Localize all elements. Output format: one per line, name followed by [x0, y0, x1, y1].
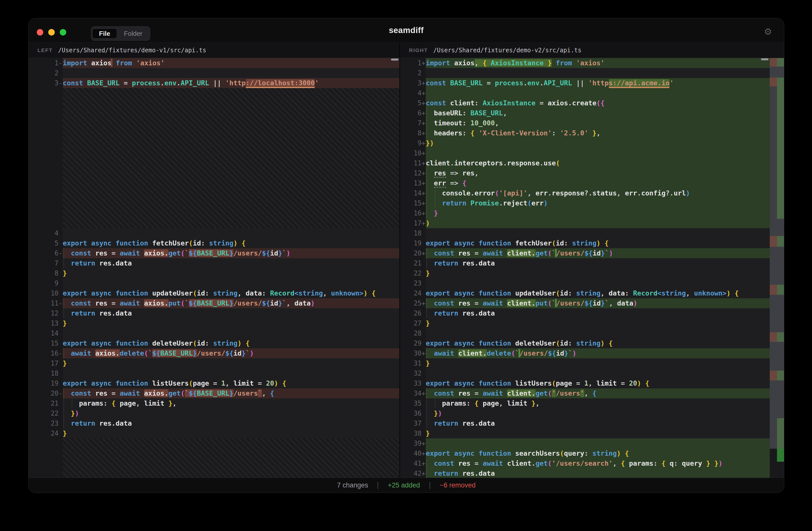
line-gutter: 11- — [29, 298, 63, 308]
left-diff-pane[interactable]: 1-import axios from 'axios'23-const BASE… — [29, 58, 399, 478]
gear-icon[interactable]: ⚙ — [764, 27, 772, 36]
code-line: export async function listUsers(page = 1… — [63, 378, 399, 388]
line-gutter: 36 — [400, 408, 426, 418]
line-gutter: 38 — [400, 429, 426, 438]
diff-row: 18 — [400, 228, 770, 238]
app-window: File Folder seamdiff ⚙ LEFT /Users/Share… — [28, 18, 784, 493]
diff-row: 9 — [29, 278, 399, 288]
code-line: export async function listUsers(page = 1… — [426, 378, 770, 388]
diff-row: 8} — [29, 268, 399, 278]
code-line: } — [426, 208, 770, 218]
ruler-added-mark — [777, 332, 784, 342]
left-scrollbar-thumb[interactable] — [391, 58, 398, 60]
code-line: import axios, { AxiosInstance } from 'ax… — [426, 58, 770, 68]
line-gutter: 5+ — [400, 98, 426, 108]
line-gutter: 12+ — [400, 168, 426, 178]
line-gutter: 4+ — [400, 88, 426, 98]
diff-row: 37 return res.data — [400, 418, 770, 429]
code-line: }) — [426, 408, 770, 418]
diff-row: 11+client.interceptors.response.use( — [400, 158, 770, 168]
line-gutter: 42+ — [400, 469, 426, 478]
line-gutter: 7+ — [400, 118, 426, 128]
diff-row: 18 — [29, 368, 399, 378]
diff-row: 3-const BASE_URL = process.env.API_URL |… — [29, 78, 399, 88]
diff-row: 16+ } — [400, 208, 770, 218]
diff-row: 35 params: { page, limit }, — [400, 399, 770, 408]
left-file-path: /Users/Shared/fixtures/demo-v1/src/api.t… — [58, 47, 206, 54]
code-line — [426, 228, 770, 238]
diff-row: 38} — [400, 429, 770, 438]
ruler-removed-mark — [770, 58, 777, 67]
diff-row: 22 }) — [29, 408, 399, 418]
code-line: return Promise.reject(err) — [426, 198, 770, 208]
line-gutter: 23 — [400, 278, 426, 288]
diff-row: 20- const res = await axios.get(`${BASE_… — [29, 388, 399, 399]
code-line: const BASE_URL = process.env.API_URL || … — [63, 78, 399, 88]
line-gutter: 4 — [29, 228, 63, 238]
diff-row: 11- const res = await axios.put(`${BASE_… — [29, 298, 399, 308]
ruler-added-mark — [777, 78, 784, 86]
diff-row: 27} — [400, 318, 770, 328]
diff-content: 1-import axios from 'axios'23-const BASE… — [29, 58, 784, 478]
ruler-removed-mark — [770, 78, 777, 86]
line-gutter: 5 — [29, 238, 63, 248]
code-line: await client.delete(`/users/${id}`) — [426, 348, 770, 358]
code-line: export async function fetchUser(id: stri… — [426, 238, 770, 248]
line-gutter: 24 — [29, 429, 63, 438]
diff-row: 17} — [29, 358, 399, 368]
code-line: export async function searchUsers(query:… — [426, 448, 770, 458]
diff-row: 24} — [29, 429, 399, 438]
ruler-removed-mark — [770, 371, 777, 380]
diff-row: 36 }) — [400, 408, 770, 418]
filler-block — [29, 438, 399, 478]
code-line: } — [426, 358, 770, 368]
code-line: params: { page, limit }, — [63, 399, 399, 408]
line-gutter: 3- — [29, 78, 63, 88]
line-gutter: 20- — [29, 388, 63, 399]
code-line — [63, 278, 399, 288]
diff-row: 8+ headers: { 'X-Client-Version': '2.5.0… — [400, 128, 770, 138]
code-line: }) — [63, 408, 399, 418]
hatch-pattern — [63, 438, 399, 478]
diff-row: 40+export async function searchUsers(que… — [400, 448, 770, 458]
line-gutter: 9+ — [400, 138, 426, 148]
code-line: export async function updateUser(id: str… — [63, 288, 399, 298]
diff-row: 25+ const res = await client.put(`/users… — [400, 298, 770, 308]
overview-ruler[interactable] — [770, 58, 784, 478]
title-bar: File Folder seamdiff ⚙ — [29, 18, 784, 42]
right-diff-pane[interactable]: 1+import axios, { AxiosInstance } from '… — [399, 58, 784, 478]
code-line: const res = await client.put(`/users/${i… — [426, 298, 770, 308]
right-scrollbar-thumb[interactable] — [761, 58, 768, 60]
ruler-removed-mark — [770, 236, 777, 247]
code-line — [63, 368, 399, 378]
diff-row: 20+ const res = await client.get(`/users… — [400, 248, 770, 258]
diff-row: 5export async function fetchUser(id: str… — [29, 238, 399, 248]
code-line: } — [426, 268, 770, 278]
diff-row: 42+ return res.data — [400, 469, 770, 478]
diff-row: 15+ return Promise.reject(err) — [400, 198, 770, 208]
diff-row: 14+ console.error('[api]', err.response?… — [400, 188, 770, 198]
line-gutter: 14 — [29, 328, 63, 338]
line-gutter: 6+ — [400, 108, 426, 118]
line-gutter: 21 — [29, 399, 63, 408]
line-gutter: 26 — [400, 308, 426, 318]
diff-row: 12 return res.data — [29, 308, 399, 318]
diff-row: 12+ res => res, — [400, 168, 770, 178]
line-gutter: 32 — [400, 368, 426, 378]
desktop-background: File Folder seamdiff ⚙ LEFT /Users/Share… — [0, 0, 812, 531]
line-gutter: 19 — [29, 378, 63, 388]
line-gutter: 40+ — [400, 448, 426, 458]
ruler-added-mark — [777, 86, 784, 219]
code-line: } — [426, 429, 770, 438]
line-gutter: 12 — [29, 308, 63, 318]
line-gutter: 6- — [29, 248, 63, 258]
diff-row: 2 — [29, 68, 399, 78]
diff-row: 26 return res.data — [400, 308, 770, 318]
hatch-pattern — [63, 88, 399, 228]
right-pane-label: RIGHT — [409, 47, 428, 53]
diff-row: 19export async function fetchUser(id: st… — [400, 238, 770, 248]
line-gutter: 13+ — [400, 178, 426, 188]
code-line: console.error('[api]', err.response?.sta… — [426, 188, 770, 198]
code-line — [63, 228, 399, 238]
diff-row: 15export async function deleteUser(id: s… — [29, 338, 399, 348]
